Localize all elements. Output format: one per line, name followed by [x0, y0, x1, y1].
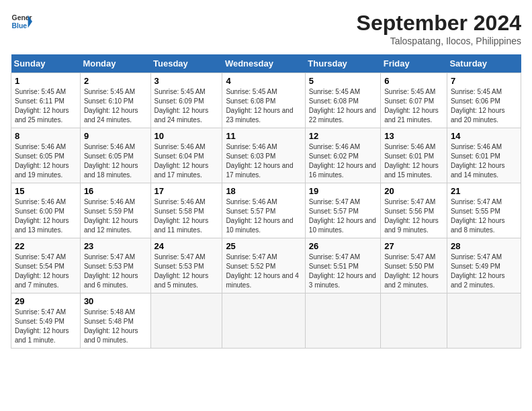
- day-number: 23: [84, 241, 147, 251]
- day-detail: Sunrise: 5:46 AM Sunset: 6:01 PM Dayligh…: [451, 142, 517, 180]
- calendar-cell: 18Sunrise: 5:46 AM Sunset: 5:57 PM Dayli…: [222, 183, 305, 238]
- day-number: 12: [309, 131, 377, 141]
- day-detail: Sunrise: 5:45 AM Sunset: 6:09 PM Dayligh…: [154, 87, 219, 125]
- month-title: September 2024: [357, 11, 521, 36]
- week-row-1: 8Sunrise: 5:46 AM Sunset: 6:05 PM Daylig…: [11, 128, 521, 183]
- day-number: 25: [226, 241, 301, 251]
- calendar-cell: 10Sunrise: 5:46 AM Sunset: 6:04 PM Dayli…: [150, 128, 222, 183]
- day-number: 16: [84, 186, 147, 196]
- calendar-cell: 17Sunrise: 5:46 AM Sunset: 5:58 PM Dayli…: [150, 183, 222, 238]
- day-number: 2: [84, 76, 147, 86]
- day-number: 26: [309, 241, 377, 251]
- day-number: 5: [309, 76, 377, 86]
- col-header-sunday: Sunday: [11, 54, 81, 73]
- week-row-2: 15Sunrise: 5:46 AM Sunset: 6:00 PM Dayli…: [11, 183, 521, 238]
- logo: General Blue: [11, 11, 32, 32]
- day-detail: Sunrise: 5:47 AM Sunset: 5:57 PM Dayligh…: [309, 197, 377, 235]
- day-number: 29: [15, 296, 77, 306]
- day-number: 10: [154, 131, 219, 141]
- col-header-saturday: Saturday: [447, 54, 521, 73]
- calendar-cell: 27Sunrise: 5:47 AM Sunset: 5:50 PM Dayli…: [381, 238, 447, 293]
- calendar-cell: 25Sunrise: 5:47 AM Sunset: 5:52 PM Dayli…: [222, 238, 305, 293]
- day-number: 8: [15, 131, 77, 141]
- calendar-cell: 4Sunrise: 5:45 AM Sunset: 6:08 PM Daylig…: [222, 73, 305, 128]
- location-subtitle: Talospatang, Ilocos, Philippines: [357, 36, 521, 46]
- day-detail: Sunrise: 5:47 AM Sunset: 5:50 PM Dayligh…: [384, 253, 443, 290]
- day-detail: Sunrise: 5:45 AM Sunset: 6:07 PM Dayligh…: [384, 87, 443, 125]
- day-number: 20: [384, 186, 443, 196]
- calendar-cell: 14Sunrise: 5:46 AM Sunset: 6:01 PM Dayli…: [447, 128, 521, 183]
- day-number: 18: [226, 186, 301, 196]
- day-number: 27: [384, 241, 443, 251]
- day-number: 7: [451, 76, 517, 86]
- day-number: 14: [451, 131, 517, 141]
- calendar-cell: 15Sunrise: 5:46 AM Sunset: 6:00 PM Dayli…: [11, 183, 81, 238]
- calendar-cell: 24Sunrise: 5:47 AM Sunset: 5:53 PM Dayli…: [150, 238, 222, 293]
- day-detail: Sunrise: 5:47 AM Sunset: 5:51 PM Dayligh…: [309, 253, 377, 290]
- calendar-cell: 30Sunrise: 5:48 AM Sunset: 5:48 PM Dayli…: [80, 293, 150, 349]
- col-header-wednesday: Wednesday: [222, 54, 305, 73]
- calendar-cell: 5Sunrise: 5:45 AM Sunset: 6:08 PM Daylig…: [305, 73, 380, 128]
- week-row-0: 1Sunrise: 5:45 AM Sunset: 6:11 PM Daylig…: [11, 73, 521, 128]
- calendar-cell: [381, 293, 447, 349]
- calendar-cell: 7Sunrise: 5:45 AM Sunset: 6:06 PM Daylig…: [447, 73, 521, 128]
- page-header: General Blue September 2024 Talospatang,…: [11, 11, 521, 46]
- week-row-4: 29Sunrise: 5:47 AM Sunset: 5:49 PM Dayli…: [11, 293, 521, 349]
- day-number: 4: [226, 76, 301, 86]
- day-detail: Sunrise: 5:47 AM Sunset: 5:55 PM Dayligh…: [451, 197, 517, 235]
- header-row: SundayMondayTuesdayWednesdayThursdayFrid…: [11, 54, 521, 73]
- calendar-cell: 11Sunrise: 5:46 AM Sunset: 6:03 PM Dayli…: [222, 128, 305, 183]
- calendar-cell: 9Sunrise: 5:46 AM Sunset: 6:05 PM Daylig…: [80, 128, 150, 183]
- day-detail: Sunrise: 5:46 AM Sunset: 6:02 PM Dayligh…: [309, 142, 377, 180]
- day-number: 21: [451, 186, 517, 196]
- day-detail: Sunrise: 5:45 AM Sunset: 6:10 PM Dayligh…: [84, 87, 147, 125]
- calendar-cell: 8Sunrise: 5:46 AM Sunset: 6:05 PM Daylig…: [11, 128, 81, 183]
- calendar-cell: 20Sunrise: 5:47 AM Sunset: 5:56 PM Dayli…: [381, 183, 447, 238]
- day-detail: Sunrise: 5:47 AM Sunset: 5:53 PM Dayligh…: [84, 253, 147, 290]
- calendar-cell: 22Sunrise: 5:47 AM Sunset: 5:54 PM Dayli…: [11, 238, 81, 293]
- calendar-cell: [222, 293, 305, 349]
- calendar-cell: 29Sunrise: 5:47 AM Sunset: 5:49 PM Dayli…: [11, 293, 81, 349]
- calendar-cell: 2Sunrise: 5:45 AM Sunset: 6:10 PM Daylig…: [80, 73, 150, 128]
- calendar-cell: 1Sunrise: 5:45 AM Sunset: 6:11 PM Daylig…: [11, 73, 81, 128]
- calendar-cell: 6Sunrise: 5:45 AM Sunset: 6:07 PM Daylig…: [381, 73, 447, 128]
- day-detail: Sunrise: 5:45 AM Sunset: 6:08 PM Dayligh…: [309, 87, 377, 125]
- day-number: 11: [226, 131, 301, 141]
- day-number: 17: [154, 186, 219, 196]
- day-number: 9: [84, 131, 147, 141]
- day-number: 13: [384, 131, 443, 141]
- day-detail: Sunrise: 5:46 AM Sunset: 5:57 PM Dayligh…: [226, 197, 301, 235]
- day-number: 6: [384, 76, 443, 86]
- day-detail: Sunrise: 5:47 AM Sunset: 5:49 PM Dayligh…: [15, 308, 77, 345]
- day-number: 15: [15, 186, 77, 196]
- day-detail: Sunrise: 5:46 AM Sunset: 6:05 PM Dayligh…: [84, 142, 147, 180]
- svg-text:Blue: Blue: [12, 22, 28, 30]
- day-detail: Sunrise: 5:47 AM Sunset: 5:53 PM Dayligh…: [154, 253, 219, 290]
- day-detail: Sunrise: 5:45 AM Sunset: 6:06 PM Dayligh…: [451, 87, 517, 125]
- calendar-cell: 3Sunrise: 5:45 AM Sunset: 6:09 PM Daylig…: [150, 73, 222, 128]
- day-detail: Sunrise: 5:47 AM Sunset: 5:56 PM Dayligh…: [384, 197, 443, 235]
- col-header-tuesday: Tuesday: [150, 54, 222, 73]
- calendar-cell: 19Sunrise: 5:47 AM Sunset: 5:57 PM Dayli…: [305, 183, 380, 238]
- logo-icon: General Blue: [11, 11, 32, 32]
- calendar-cell: [150, 293, 222, 349]
- calendar-table: SundayMondayTuesdayWednesdayThursdayFrid…: [11, 54, 521, 349]
- day-number: 22: [15, 241, 77, 251]
- calendar-cell: [447, 293, 521, 349]
- day-detail: Sunrise: 5:45 AM Sunset: 6:08 PM Dayligh…: [226, 87, 301, 125]
- day-detail: Sunrise: 5:46 AM Sunset: 6:04 PM Dayligh…: [154, 142, 219, 180]
- day-detail: Sunrise: 5:46 AM Sunset: 5:58 PM Dayligh…: [154, 197, 219, 235]
- col-header-thursday: Thursday: [305, 54, 380, 73]
- day-detail: Sunrise: 5:46 AM Sunset: 5:59 PM Dayligh…: [84, 197, 147, 235]
- day-number: 24: [154, 241, 219, 251]
- day-detail: Sunrise: 5:46 AM Sunset: 6:05 PM Dayligh…: [15, 142, 77, 180]
- week-row-3: 22Sunrise: 5:47 AM Sunset: 5:54 PM Dayli…: [11, 238, 521, 293]
- day-detail: Sunrise: 5:45 AM Sunset: 6:11 PM Dayligh…: [15, 87, 77, 125]
- calendar-cell: 12Sunrise: 5:46 AM Sunset: 6:02 PM Dayli…: [305, 128, 380, 183]
- calendar-cell: 26Sunrise: 5:47 AM Sunset: 5:51 PM Dayli…: [305, 238, 380, 293]
- day-number: 30: [84, 296, 147, 306]
- title-block: September 2024 Talospatang, Ilocos, Phil…: [357, 11, 521, 46]
- calendar-cell: 23Sunrise: 5:47 AM Sunset: 5:53 PM Dayli…: [80, 238, 150, 293]
- day-number: 28: [451, 241, 517, 251]
- col-header-friday: Friday: [381, 54, 447, 73]
